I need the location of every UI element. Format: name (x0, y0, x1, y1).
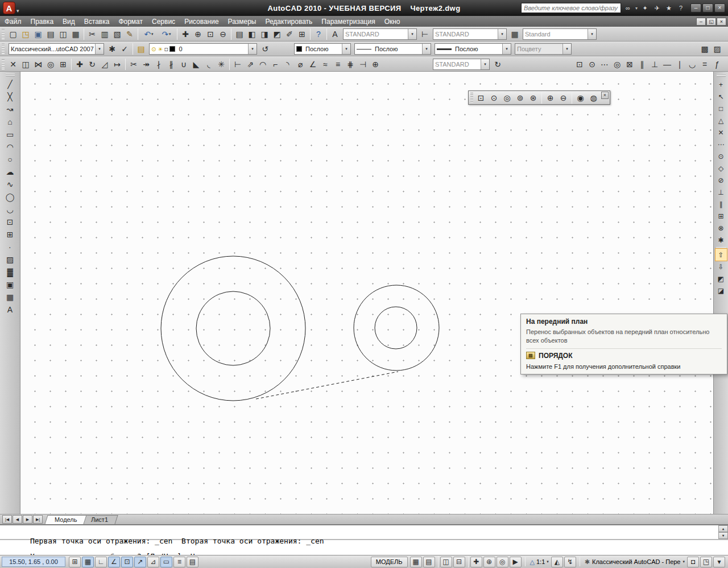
zoom-toolbar-close-button[interactable]: × (601, 92, 609, 99)
close-button[interactable]: × (714, 3, 725, 13)
open-button[interactable]: ◳ (19, 28, 32, 40)
layer-isolate-button[interactable]: ▩ (698, 43, 711, 55)
prev-tab-button[interactable]: ◀ (13, 515, 22, 524)
layer-combo-arrow-icon[interactable]: ▾ (248, 44, 257, 54)
first-tab-button[interactable]: |◀ (2, 515, 12, 524)
concentric-constraint-button[interactable]: ◎ (611, 58, 623, 71)
snap-midpoint-button[interactable]: △ (715, 114, 727, 126)
spline-button[interactable]: ∿ (3, 178, 18, 191)
auto-annotate-button[interactable]: ↯ (564, 557, 576, 567)
favorites-button[interactable]: ★ (664, 3, 674, 13)
annotation-scale-control[interactable]: △ 1:1 ▾ (528, 557, 551, 567)
last-tab-button[interactable]: ▶| (33, 515, 43, 524)
text-style-combo[interactable]: STANDARD ▾ (343, 28, 417, 40)
workspace-combo[interactable]: Классический...utoCAD 2007 ▾ (9, 43, 104, 55)
zoom-dynamic-button[interactable]: ⊙ (487, 92, 500, 104)
join-button[interactable]: ∪ (177, 58, 190, 71)
annotation-scale-arrow-icon[interactable]: ▾ (547, 559, 549, 564)
rotate-button[interactable]: ↻ (86, 58, 98, 71)
offset-button[interactable]: ◎ (44, 58, 57, 71)
scroll-up-icon[interactable]: ▲ (718, 525, 728, 532)
polygon-button[interactable]: ⌂ (3, 116, 18, 128)
linetype-combo[interactable]: Послою ▾ (354, 43, 431, 55)
toolbar-grip[interactable] (2, 59, 5, 69)
bring-above-objects-button[interactable]: ◩ (715, 273, 727, 285)
color-combo-arrow-icon[interactable]: ▾ (342, 44, 350, 54)
minimize-button[interactable]: – (690, 3, 701, 13)
zoom-toolbar-grip[interactable] (470, 93, 473, 102)
tab-model[interactable]: Модель (44, 515, 87, 524)
menu-item-parametric[interactable]: Параметризация (317, 17, 379, 27)
zoom-object-button[interactable]: ⊛ (527, 92, 540, 104)
zoom-realtime-button[interactable]: ⊕ (192, 28, 204, 40)
layer-previous-button[interactable]: ↺ (259, 43, 271, 55)
quick-view-layouts-button[interactable]: ◫ (440, 557, 452, 567)
menu-item-file[interactable]: Файл (0, 17, 26, 27)
snap-quadrant-button[interactable]: ◇ (715, 162, 727, 174)
redo-dropdown-arrow-icon[interactable]: ▾ (169, 32, 171, 36)
menu-item-insert[interactable]: Вставка (80, 17, 114, 27)
dim-style-combo[interactable]: STANDARD ▾ (433, 28, 507, 40)
coincident-constraint-button[interactable]: ⊙ (586, 58, 598, 71)
dim-style-combo-2[interactable]: STANDARD ▾ (433, 59, 490, 70)
show-motion-button[interactable]: ▶ (510, 557, 522, 567)
quick-properties-button[interactable]: ▤ (187, 557, 198, 567)
menu-browser-arrow-icon[interactable]: ▾ (16, 8, 19, 14)
toolbar-lock-button[interactable]: ◘ (687, 557, 699, 567)
workspace-switcher-arrow-icon[interactable]: ▾ (682, 559, 685, 564)
annotation-visibility-button[interactable]: ◭ (551, 557, 563, 567)
drawing-circle-1[interactable] (196, 291, 270, 365)
model-space-button[interactable]: ▦ (410, 557, 422, 567)
lineweight-combo[interactable]: Послою ▾ (435, 43, 511, 55)
break-at-point-button[interactable]: ∤ (152, 58, 165, 71)
model-space-button[interactable]: МОДЕЛЬ (371, 557, 408, 567)
communication-center-button[interactable]: ✈ (652, 3, 662, 13)
copy-clip-button[interactable]: ▥ (98, 28, 111, 40)
dim-continue-button[interactable]: ⋕ (344, 58, 357, 71)
maximize-button[interactable]: □ (702, 3, 713, 13)
drawing-circle-3[interactable] (375, 307, 417, 349)
tangent-constraint-button[interactable]: ◡ (686, 58, 698, 71)
sheet-set-manager-button[interactable]: ◩ (271, 28, 283, 40)
snap-node-button[interactable]: ⊗ (715, 222, 727, 234)
menu-item-draw[interactable]: Рисование (180, 17, 223, 27)
pan-realtime-button[interactable]: ✚ (179, 28, 192, 40)
search-dropdown-arrow-icon[interactable]: ▾ (635, 6, 638, 11)
steering-wheel-button[interactable]: ◎ (497, 557, 508, 567)
cut-button[interactable]: ✂ (86, 28, 98, 40)
clean-screen-button[interactable]: ◳ (700, 557, 712, 567)
help-button[interactable]: ? (312, 28, 325, 40)
match-properties-button[interactable]: ✎ (123, 28, 136, 40)
zoom-center-button[interactable]: ⊚ (514, 92, 527, 104)
status-zoom-button[interactable]: ⊕ (483, 557, 495, 567)
lineweight-display-button[interactable]: ≡ (173, 557, 185, 567)
revision-cloud-button[interactable]: ☁ (3, 166, 18, 178)
my-workspace-button[interactable]: ✓ (118, 43, 131, 55)
stretch-button[interactable]: ↦ (111, 58, 123, 71)
vertical-constraint-button[interactable]: ∣ (673, 58, 686, 71)
trim-button[interactable]: ✂ (127, 58, 140, 71)
doc-restore-button[interactable]: ◱ (706, 18, 716, 26)
polar-tracking-button[interactable]: ∠ (108, 557, 120, 567)
undo-button[interactable]: ↶▾ (140, 28, 158, 40)
dim-angular-button[interactable]: ∠ (307, 58, 319, 71)
collinear-constraint-button[interactable]: ⋯ (598, 58, 611, 71)
menu-item-tools[interactable]: Сервис (147, 17, 180, 27)
line-button[interactable]: ╱ (3, 78, 18, 90)
ortho-mode-button[interactable]: ∟ (95, 557, 107, 567)
construction-line-button[interactable]: ╳ (3, 90, 18, 103)
markup-set-manager-button[interactable]: ✐ (283, 28, 296, 40)
app-logo[interactable]: A (3, 2, 15, 14)
toolbar-grip[interactable] (717, 74, 726, 77)
circle-button[interactable]: ○ (3, 153, 18, 166)
next-tab-button[interactable]: ▶ (23, 515, 32, 524)
workspace-settings-button[interactable]: ✱ (106, 43, 118, 55)
zoom-in-button[interactable]: ⊕ (544, 92, 557, 104)
multiline-text-button[interactable]: A (3, 303, 18, 316)
region-button[interactable]: ▣ (3, 278, 18, 291)
save-button[interactable]: ▣ (32, 28, 44, 40)
dim-style-combo-arrow-icon[interactable]: ▾ (498, 29, 506, 39)
snap-intersection-button[interactable]: ✕ (715, 126, 727, 138)
infocenter-search-input[interactable] (521, 3, 621, 13)
parallel-constraint-button[interactable]: ∥ (636, 58, 648, 71)
